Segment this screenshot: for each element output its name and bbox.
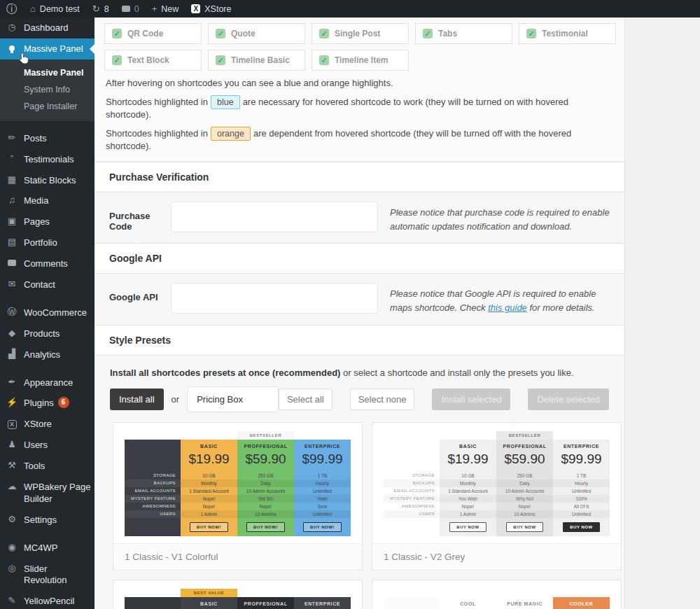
- sidebar-item-pages[interactable]: ▣Pages: [0, 211, 94, 232]
- sidebar-item-label: WooCommerce: [24, 307, 87, 319]
- select-all-button[interactable]: Select all: [279, 388, 332, 410]
- preset-preview[interactable]: COOL$49.90PURE MAGIC$199.99COOLER$59.90S…: [372, 580, 621, 609]
- this-guide-link[interactable]: this guide: [488, 302, 527, 313]
- shortcode-toggle-qr-code[interactable]: ✓QR Code: [104, 23, 202, 44]
- plan-header: BASIC$19.99: [181, 440, 237, 472]
- plan-name: BASIC: [200, 444, 218, 449]
- sidebar-item-comments[interactable]: Comments: [0, 253, 94, 274]
- preset-caption: 1 Classic - V2 Grey: [372, 543, 621, 570]
- pricing-button-spacer: [125, 518, 181, 536]
- shortcode-toggle-testimonial[interactable]: ✓Testimonial: [519, 23, 616, 44]
- sidebar-item-label: Static Blocks: [24, 174, 76, 187]
- feature-label: MYSTERY FEATURE: [125, 495, 181, 503]
- updates-icon: ↻: [92, 4, 100, 13]
- checkbox-checked-icon[interactable]: ✓: [216, 29, 225, 38]
- shortcode-select[interactable]: Pricing Box: [187, 386, 279, 412]
- delete-selected-button[interactable]: Delete selected: [528, 388, 609, 410]
- shortcode-toggle-tabs[interactable]: ✓Tabs: [415, 23, 512, 44]
- brush-icon: ✒: [6, 377, 18, 388]
- site-name: Demo test: [40, 4, 80, 14]
- feature-label: USERS: [125, 510, 181, 518]
- install-selected-button[interactable]: Install selected: [432, 388, 510, 410]
- preset-cards-grid: BESTSELLERBASIC$19.99PROFFESIONAL$59.90E…: [104, 422, 615, 609]
- feature-value: Yes Sir!: [237, 495, 294, 503]
- site-name-menu[interactable]: ⌂ Demo test: [24, 0, 86, 18]
- media-icon: ♫: [6, 195, 18, 206]
- sidebar-item-xstore[interactable]: XXStore: [0, 414, 94, 435]
- or-label: or: [172, 394, 180, 405]
- preset-preview[interactable]: BESTSELLERBASIC$19.99PROFFESIONAL$59.90E…: [372, 423, 621, 543]
- sidebar-item-products[interactable]: ◆Products: [0, 323, 94, 344]
- shortcode-toggle-text-block[interactable]: ✓Text Block: [104, 50, 202, 71]
- sidebar-item-static-blocks[interactable]: ▦Static Blocks: [0, 170, 94, 191]
- buy-now-button: BUY NOW!: [190, 522, 228, 532]
- plan-price: $59.90: [245, 451, 286, 467]
- sidebar-item-contact[interactable]: ✉Contact: [0, 274, 94, 295]
- plan-header: BASIC$19.99: [181, 597, 237, 609]
- sidebar-item-slider-revolution[interactable]: ◎Slider Revolution: [0, 559, 94, 592]
- checkbox-checked-icon[interactable]: ✓: [216, 55, 225, 65]
- preset-preview[interactable]: BEST VALUEBASIC$19.99PROFFESIONAL$59.90E…: [113, 580, 362, 609]
- feature-value: Daily: [237, 479, 294, 487]
- sidebar-item-label: WPBakery Page Builder: [24, 481, 92, 505]
- checkbox-checked-icon[interactable]: ✓: [423, 29, 433, 38]
- preset-card-3: BEST VALUEBASIC$19.99PROFFESIONAL$59.90E…: [113, 580, 363, 609]
- selection-buttons: Select all Select none Install selected …: [279, 388, 609, 410]
- purchase-code-input[interactable]: [171, 202, 378, 232]
- shortcode-toggle-timeline-item[interactable]: ✓Timeline Item: [312, 50, 409, 71]
- feature-value: 10 GB: [440, 472, 496, 479]
- checkbox-checked-icon[interactable]: ✓: [319, 29, 329, 38]
- sidebar-item-testimonials[interactable]: ”Testimonials: [0, 149, 94, 170]
- sidebar-item-analytics[interactable]: ▟Analytics: [0, 344, 94, 365]
- new-label: New: [161, 4, 178, 14]
- sidebar-item-label: XStore: [24, 418, 52, 430]
- google-api-title: Google API: [94, 243, 624, 274]
- feature-value: 10 Admins: [237, 510, 294, 518]
- shortcode-toggle-timeline-basic[interactable]: ✓Timeline Basic: [208, 50, 305, 71]
- sidebar-item-settings[interactable]: ⚙Settings: [0, 510, 94, 531]
- feature-value: 1 Admin: [440, 510, 496, 518]
- preset-card-1: BESTSELLERBASIC$19.99PROFFESIONAL$59.90E…: [113, 422, 363, 570]
- sidebar-item-tools[interactable]: ⚒Tools: [0, 456, 94, 477]
- comments-menu[interactable]: 0: [115, 0, 146, 18]
- sidebar-item-yellowpencil[interactable]: ✎YellowPencil: [0, 591, 94, 609]
- updates-menu[interactable]: ↻ 8: [86, 0, 115, 18]
- google-api-input[interactable]: [171, 283, 378, 314]
- submenu-item-massive-panel[interactable]: Massive Panel: [0, 64, 94, 81]
- submenu-item-page-installer[interactable]: Page Installer: [0, 98, 94, 115]
- checkbox-checked-icon[interactable]: ✓: [112, 55, 122, 65]
- sidebar-item-portfolio[interactable]: ▤Portfolio: [0, 232, 94, 253]
- sidebar-item-plugins[interactable]: ⚡Plugins6: [0, 393, 94, 414]
- preset-preview[interactable]: BESTSELLERBASIC$19.99PROFFESIONAL$59.90E…: [113, 423, 362, 543]
- sidebar-item-media[interactable]: ♫Media: [0, 190, 94, 211]
- new-content-menu[interactable]: + New: [146, 0, 186, 18]
- shortcode-toggle-single-post[interactable]: ✓Single Post: [312, 23, 409, 44]
- install-all-button[interactable]: Install all: [110, 388, 164, 410]
- sidebar-item-label: Dashboard: [24, 22, 69, 34]
- sidebar-item-posts[interactable]: ✏Posts: [0, 128, 94, 149]
- feature-value: Unlimited: [294, 487, 351, 495]
- sidebar-item-mc4wp[interactable]: ◉MC4WP: [0, 538, 94, 559]
- xstore-label: XStore: [204, 4, 231, 14]
- sidebar-item-woocommerce[interactable]: ⓌWooCommerce: [0, 302, 94, 323]
- plan-price: $19.99: [447, 451, 488, 467]
- pricing-header-spacer: [384, 597, 440, 609]
- select-none-button[interactable]: Select none: [350, 388, 415, 410]
- shortcode-toggle-quote[interactable]: ✓Quote: [208, 23, 305, 44]
- xstore-menu[interactable]: X XStore: [185, 0, 237, 18]
- pricing-header-spacer: [125, 440, 181, 472]
- feature-value: Unlimited: [553, 510, 610, 518]
- admin-sidebar: ◷DashboardMassive PanelMassive PanelSyst…: [0, 18, 94, 609]
- sidebar-item-users[interactable]: ♟Users: [0, 435, 94, 456]
- checkbox-checked-icon[interactable]: ✓: [526, 29, 536, 38]
- sidebar-item-massive-panel[interactable]: Massive Panel: [0, 38, 94, 59]
- checkbox-checked-icon[interactable]: ✓: [112, 29, 122, 38]
- sidebar-item-appearance[interactable]: ✒Appearance: [0, 372, 94, 393]
- sidebar-item-wpbakery[interactable]: ☁WPBakery Page Builder: [0, 477, 94, 510]
- sidebar-item-dashboard[interactable]: ◷Dashboard: [0, 18, 94, 38]
- feature-value: 1 Standard Account: [181, 487, 237, 495]
- wp-logo-menu[interactable]: ⓘ: [0, 0, 24, 18]
- submenu-item-system-info[interactable]: System Info: [0, 81, 94, 98]
- plan-name: ENTERPRICE: [304, 601, 340, 606]
- checkbox-checked-icon[interactable]: ✓: [319, 55, 329, 65]
